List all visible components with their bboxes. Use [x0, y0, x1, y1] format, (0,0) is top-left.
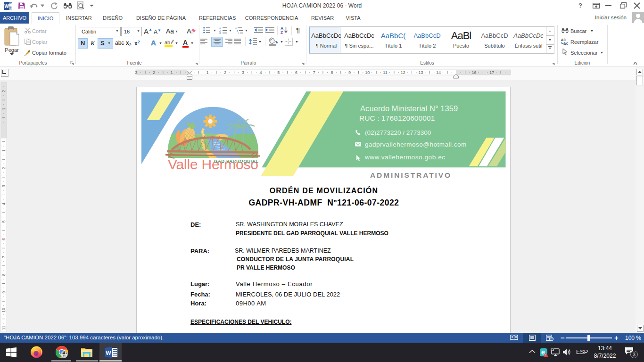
svg-text:2: 2: [1, 167, 6, 170]
svg-text:1: 1: [206, 70, 208, 75]
svg-text:7: 7: [313, 70, 315, 75]
svg-text:1: 1: [1, 107, 6, 110]
svg-text:5: 5: [1, 220, 6, 222]
svg-text:6: 6: [295, 70, 297, 75]
svg-text:4: 4: [1, 203, 6, 205]
svg-text:13: 13: [418, 70, 423, 75]
svg-text:11: 11: [1, 326, 6, 330]
svg-text:2: 2: [224, 70, 226, 75]
svg-text:10: 10: [1, 308, 6, 313]
svg-text:16: 16: [471, 70, 476, 75]
svg-text:8: 8: [1, 273, 6, 276]
svg-text:10: 10: [365, 70, 370, 75]
svg-text:7: 7: [1, 256, 6, 258]
svg-text:2: 2: [1, 90, 6, 92]
svg-text:3: 3: [1, 185, 6, 187]
svg-text:1: 1: [1, 149, 6, 152]
svg-text:6: 6: [1, 238, 6, 240]
svg-text:!: !: [545, 354, 546, 357]
svg-text:12: 12: [401, 70, 405, 75]
svg-text:c: c: [566, 41, 569, 45]
svg-text:11: 11: [383, 70, 387, 75]
svg-text:GAD PARROQUIAL: GAD PARROQUIAL: [214, 158, 258, 164]
svg-text:14: 14: [436, 70, 441, 75]
svg-text:3: 3: [242, 70, 244, 75]
svg-text:9: 9: [1, 291, 6, 294]
svg-text:2: 2: [153, 70, 155, 75]
svg-text:17: 17: [489, 70, 494, 75]
svg-text:W: W: [106, 350, 111, 356]
svg-text:3: 3: [135, 70, 137, 75]
svg-text:4: 4: [260, 70, 262, 75]
svg-text:8: 8: [330, 70, 333, 75]
svg-text:5: 5: [277, 70, 280, 75]
svg-text:9: 9: [348, 70, 351, 75]
svg-text:1: 1: [171, 70, 173, 75]
